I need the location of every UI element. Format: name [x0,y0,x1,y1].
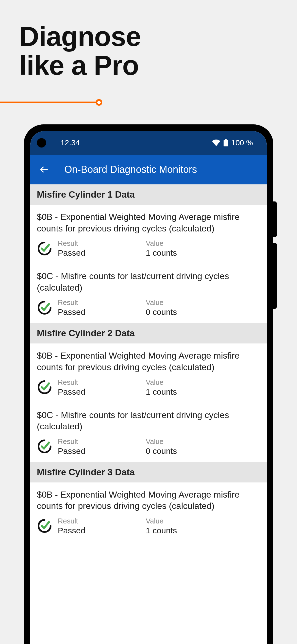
svg-rect-1 [224,140,228,146]
value-label: Value [146,239,260,248]
status-bar: 12.34 100 % [30,131,267,155]
battery-icon [224,139,228,146]
diagnostic-item[interactable]: $0C - Misfire counts for last/current dr… [30,403,267,462]
result-column: Result Passed [58,298,146,317]
result-value: Passed [58,307,146,317]
result-column: Result Passed [58,239,146,258]
result-column: Result Passed [58,517,146,535]
diagnostic-row: Result Passed Value 1 counts [37,239,260,258]
value-label: Value [146,298,260,307]
wifi-icon [212,140,220,146]
result-column: Result Passed [58,437,146,456]
status-time: 12.34 [61,138,80,147]
value-label: Value [146,378,260,387]
value-column: Value 1 counts [146,378,260,397]
section-header: Misfire Cylinder 2 Data [30,323,267,343]
volume-down-button [273,243,277,309]
check-pass-icon [37,518,52,534]
diagnostic-row: Result Passed Value 0 counts [37,437,260,456]
value-label: Value [146,437,260,446]
value-value: 0 counts [146,446,260,456]
diagnostic-row: Result Passed Value 1 counts [37,517,260,535]
diagnostic-item[interactable]: $0B - Exponential Weighted Moving Averag… [30,343,267,403]
app-bar-title: On-Board Diagnostic Monitors [64,164,197,175]
result-value: Passed [58,248,146,258]
volume-up-button [273,201,277,237]
result-label: Result [58,517,146,525]
diagnostic-description: $0C - Misfire counts for last/current dr… [37,271,260,293]
diagnostic-description: $0B - Exponential Weighted Moving Averag… [37,211,260,234]
result-label: Result [58,239,146,248]
status-icons: 100 % [212,138,253,147]
diagnostic-list[interactable]: Misfire Cylinder 1 Data $0B - Exponentia… [30,184,267,541]
value-column: Value 0 counts [146,437,260,456]
result-label: Result [58,437,146,446]
result-label: Result [58,378,146,387]
value-value: 1 counts [146,526,260,535]
promo-line1: Diagnose [19,22,141,51]
promo-heading: Diagnose like a Pro [19,22,141,80]
app-bar: On-Board Diagnostic Monitors [30,155,267,184]
result-value: Passed [58,387,146,397]
section-header: Misfire Cylinder 1 Data [30,184,267,205]
battery-text: 100 % [231,138,253,147]
svg-rect-0 [225,139,227,140]
result-value: Passed [58,526,146,535]
diagnostic-row: Result Passed Value 1 counts [37,378,260,397]
divider-line [0,99,103,106]
check-pass-icon [37,241,52,256]
promo-line2: like a Pro [19,51,141,80]
check-pass-icon [37,439,52,454]
diagnostic-description: $0C - Misfire counts for last/current dr… [37,410,260,432]
phone-frame: 12.34 100 % On-Board Diagnostic Monitors… [24,124,273,644]
camera-hole [37,138,46,148]
back-button[interactable] [38,163,50,176]
value-column: Value 1 counts [146,239,260,258]
check-pass-icon [37,300,52,315]
result-column: Result Passed [58,378,146,397]
value-value: 1 counts [146,387,260,397]
result-value: Passed [58,446,146,456]
check-pass-icon [37,380,52,395]
value-value: 1 counts [146,248,260,258]
result-label: Result [58,298,146,307]
diagnostic-description: $0B - Exponential Weighted Moving Averag… [37,489,260,512]
arrow-left-icon [39,165,49,174]
diagnostic-description: $0B - Exponential Weighted Moving Averag… [37,350,260,373]
value-column: Value 1 counts [146,517,260,535]
value-column: Value 0 counts [146,298,260,317]
diagnostic-item[interactable]: $0C - Misfire counts for last/current dr… [30,264,267,323]
phone-screen: 12.34 100 % On-Board Diagnostic Monitors… [30,131,267,644]
section-header: Misfire Cylinder 3 Data [30,462,267,482]
diagnostic-row: Result Passed Value 0 counts [37,298,260,317]
value-value: 0 counts [146,307,260,317]
value-label: Value [146,517,260,525]
diagnostic-item[interactable]: $0B - Exponential Weighted Moving Averag… [30,205,267,264]
diagnostic-item[interactable]: $0B - Exponential Weighted Moving Averag… [30,482,267,541]
